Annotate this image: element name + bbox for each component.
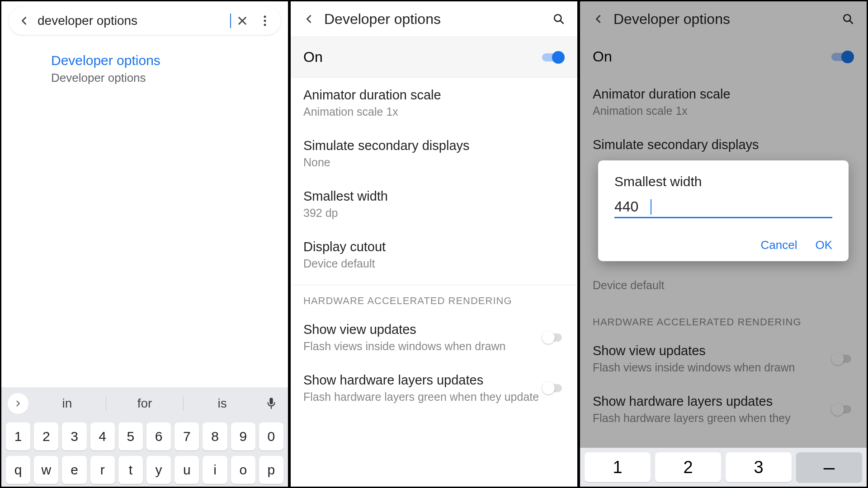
setting-sub: Device default [593,279,854,292]
clear-icon[interactable] [231,9,254,32]
toggle-off-icon[interactable] [542,382,565,394]
key-9[interactable]: 9 [231,422,255,450]
on-label: On [303,49,323,66]
numeric-keypad: 123– [580,448,867,487]
setting-item[interactable]: Animator duration scaleAnimation scale 1… [580,77,867,127]
key-w[interactable]: w [34,456,58,484]
key-q[interactable]: q [6,456,30,484]
ok-button[interactable]: OK [815,238,832,252]
numkey-–[interactable]: – [796,452,862,482]
key-8[interactable]: 8 [203,422,227,450]
dialog-title: Smallest width [614,174,832,189]
setting-title: Show hardware layers updates [303,373,542,388]
setting-title: Animator duration scale [593,87,854,102]
key-i[interactable]: i [203,456,227,484]
key-5[interactable]: 5 [118,422,143,450]
dialog-input[interactable]: 440 [614,198,832,218]
mic-icon[interactable] [261,397,282,410]
search-bar: developer options [9,7,281,35]
setting-item[interactable]: Smallest width392 dp [291,179,577,230]
toggle-off-icon[interactable] [831,403,854,416]
key-7[interactable]: 7 [175,422,199,450]
overflow-icon[interactable] [254,9,276,32]
setting-toggle-item[interactable]: Show view updatesFlash views inside wind… [291,312,577,363]
smallest-width-dialog: Smallest width 440 Cancel OK [598,160,849,261]
toggle-on-icon[interactable] [831,51,854,63]
key-e[interactable]: e [62,456,86,484]
key-t[interactable]: t [118,456,143,484]
setting-sub: Flash hardware layers green when they [593,412,831,425]
setting-title: Show view updates [593,343,831,358]
suggestion[interactable]: is [184,392,261,415]
text-cursor [651,199,651,215]
keyboard: in for is 1234567890 qwertyuiop [1,387,288,487]
key-r[interactable]: r [90,456,115,484]
key-3[interactable]: 3 [62,422,86,450]
setting-item[interactable]: Display cutoutDevice default [291,230,577,280]
key-4[interactable]: 4 [90,422,115,450]
setting-sub: Device default [303,257,565,270]
setting-title: Display cutout [303,239,565,254]
setting-item[interactable]: Simulate secondary displays [580,127,867,162]
key-6[interactable]: 6 [146,422,171,450]
setting-title: Show hardware layers updates [593,394,831,409]
result-sub: Developer options [51,71,279,85]
back-icon[interactable] [587,8,610,30]
key-2[interactable]: 2 [34,422,58,450]
setting-title: Simulate secondary displays [303,138,565,153]
key-1[interactable]: 1 [6,422,30,450]
setting-title: Show view updates [303,322,542,337]
chevron-right-icon[interactable] [8,393,28,414]
setting-item[interactable]: Device default [580,266,867,302]
toggle-on-icon[interactable] [542,51,565,64]
appbar: Developer options [580,1,867,37]
numkey-2[interactable]: 2 [655,452,721,482]
panel-dialog: Developer options On Animator duration s… [579,0,868,488]
page-title: Developer options [613,11,837,28]
panel-devoptions: Developer options On Animator duration s… [289,0,579,488]
numkey-3[interactable]: 3 [726,452,792,482]
section-header: HARDWARE ACCELERATED RENDERING [580,306,867,333]
search-input[interactable]: developer options [36,11,231,31]
setting-sub: Animation scale 1x [303,105,565,118]
setting-sub: Flash views inside windows when drawn [303,340,542,353]
key-0[interactable]: 0 [259,422,283,450]
setting-sub: Animation scale 1x [593,104,854,117]
suggestion[interactable]: in [28,392,106,415]
back-icon[interactable] [13,9,36,32]
panel-search: developer options Developer options Deve… [0,0,289,488]
setting-toggle-item[interactable]: Show view updatesFlash views inside wind… [580,333,867,384]
toggle-off-icon[interactable] [542,331,565,344]
svg-point-1 [264,20,266,22]
setting-toggle-item[interactable]: Show hardware layers updatesFlash hardwa… [580,384,867,435]
master-toggle-row[interactable]: On [291,37,577,78]
setting-sub: Flash views inside windows when drawn [593,361,831,374]
key-u[interactable]: u [175,456,199,484]
setting-item[interactable]: Animator duration scaleAnimation scale 1… [291,78,577,128]
setting-title: Smallest width [303,189,565,204]
appbar: Developer options [291,1,577,37]
svg-point-2 [264,24,266,26]
search-icon[interactable] [837,8,859,30]
search-result[interactable]: Developer options Developer options [1,40,288,85]
setting-item[interactable]: Simulate secondary displaysNone [291,128,577,179]
setting-toggle-item[interactable]: Show hardware layers updatesFlash hardwa… [291,363,577,413]
section-header: HARDWARE ACCELERATED RENDERING [291,285,577,312]
result-title: Developer options [51,53,279,68]
master-toggle-row[interactable]: On [580,37,867,77]
setting-title: Animator duration scale [303,88,565,103]
cancel-button[interactable]: Cancel [760,238,797,252]
suggestion[interactable]: for [106,392,184,415]
svg-rect-3 [269,398,273,404]
setting-sub: 392 dp [303,206,565,220]
setting-sub: None [303,156,565,169]
numkey-1[interactable]: 1 [585,452,651,482]
search-icon[interactable] [547,8,570,30]
key-o[interactable]: o [231,456,255,484]
dialog-value: 440 [614,198,651,215]
key-p[interactable]: p [259,456,283,484]
back-icon[interactable] [298,8,321,30]
key-y[interactable]: y [146,456,171,484]
setting-title: Simulate secondary displays [593,137,854,152]
toggle-off-icon[interactable] [831,352,854,365]
